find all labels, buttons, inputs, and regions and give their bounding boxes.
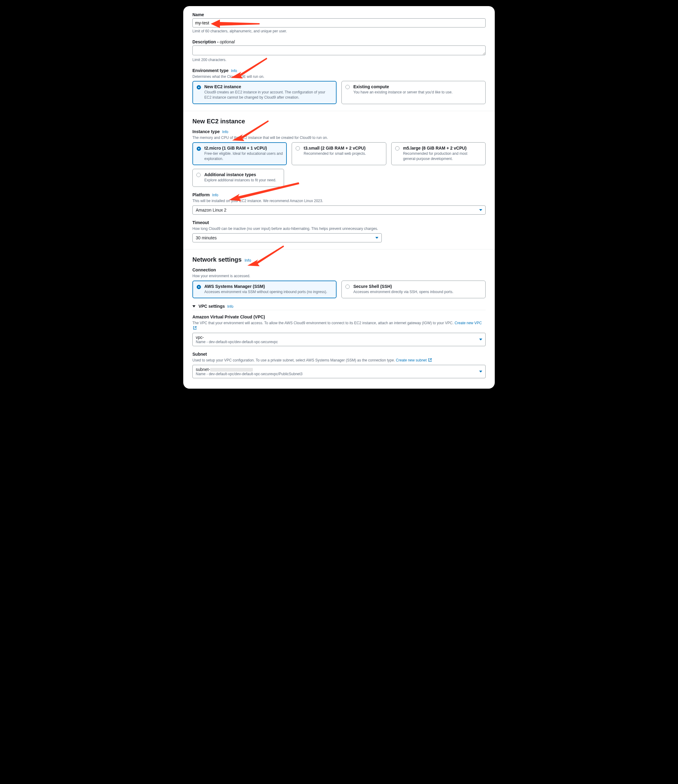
instance-type-options: t2.micro (1 GiB RAM + 1 vCPU) Free-tier … [192, 142, 486, 165]
redacted-text [210, 368, 253, 372]
external-link-icon [193, 326, 197, 330]
timeout-select[interactable]: 30 minutes [192, 233, 382, 243]
env-type-options: New EC2 instance Cloud9 creates an EC2 i… [192, 81, 486, 104]
env-type-group: Environment type Info Determines what th… [192, 68, 486, 104]
connection-options: AWS Systems Manager (SSM) Accesses envir… [192, 280, 486, 299]
chevron-down-icon [376, 237, 379, 239]
create-subnet-link[interactable]: Create new subnet [396, 358, 432, 362]
radio-icon [197, 285, 201, 289]
timeout-group: Timeout How long Cloud9 can be inactive … [192, 220, 486, 243]
env-type-sub: Determines what the Cloud9 IDE will run … [192, 74, 486, 79]
instance-type-group: Instance type Info The memory and CPU of… [192, 129, 486, 187]
network-info-link[interactable]: Info [245, 258, 251, 263]
description-label: Description - optional [192, 39, 486, 44]
radio-icon [296, 146, 300, 151]
instance-type-t3small[interactable]: t3.small (2 GiB RAM + 2 vCPU) Recommende… [291, 142, 386, 165]
vpc-settings-toggle[interactable]: VPC settings Info [192, 304, 486, 309]
chevron-down-icon [479, 339, 482, 341]
instance-type-info-link[interactable]: Info [222, 130, 228, 134]
instance-type-t2micro[interactable]: t2.micro (1 GiB RAM + 1 vCPU) Free-tier … [192, 142, 287, 165]
subnet-group: Subnet Used to setup your VPC configurat… [192, 352, 486, 378]
env-type-label: Environment type [192, 68, 228, 73]
platform-group: Platform Info This will be installed on … [192, 192, 486, 215]
platform-select[interactable]: Amazon Linux 2 [192, 205, 486, 215]
connection-sub: How your environment is accessed. [192, 274, 486, 279]
subnet-select[interactable]: subnet- Name - dev-default-vpc/dev-defau… [192, 365, 486, 378]
timeout-label: Timeout [192, 220, 486, 225]
radio-icon [197, 146, 201, 151]
description-field-group: Description - optional Limit 200 charact… [192, 39, 486, 62]
vpc-label: Amazon Virtual Private Cloud (VPC) [192, 314, 486, 319]
radio-icon [197, 85, 201, 89]
chevron-down-icon [479, 371, 482, 372]
name-field-group: Name Limit of 60 characters, alphanumeri… [192, 12, 486, 34]
instance-type-m5large[interactable]: m5.large (8 GiB RAM + 2 vCPU) Recommende… [391, 142, 486, 165]
external-link-icon [428, 358, 432, 362]
form-page: Name Limit of 60 characters, alphanumeri… [183, 6, 495, 389]
chevron-down-icon [479, 209, 482, 211]
name-input[interactable] [192, 18, 486, 28]
subnet-sub: Used to setup your VPC configuration. To… [192, 358, 486, 363]
name-label: Name [192, 12, 486, 17]
connection-ssh[interactable]: Secure Shell (SSH) Accesses environment … [341, 280, 486, 299]
divider [192, 310, 486, 310]
divider [183, 111, 495, 111]
platform-info-link[interactable]: Info [212, 193, 218, 197]
ec2-section-title: New EC2 instance [192, 118, 486, 125]
radio-icon [395, 146, 399, 151]
connection-label: Connection [192, 268, 486, 272]
connection-group: Connection How your environment is acces… [192, 268, 486, 299]
env-type-info-link[interactable]: Info [231, 69, 237, 73]
instance-type-sub: The memory and CPU of the EC2 instance t… [192, 135, 486, 140]
instance-type-additional[interactable]: Additional instance types Explore additi… [192, 169, 284, 187]
platform-label: Platform [192, 192, 210, 197]
caret-down-icon [192, 305, 195, 308]
vpc-sub: The VPC that your environment will acces… [192, 320, 486, 331]
divider [183, 249, 495, 249]
vpc-settings-info-link[interactable]: Info [227, 304, 233, 309]
subnet-label: Subnet [192, 352, 486, 356]
env-type-existing[interactable]: Existing compute You have an existing in… [341, 81, 486, 104]
radio-icon [345, 85, 350, 89]
platform-sub: This will be installed on your EC2 insta… [192, 198, 486, 204]
connection-ssm[interactable]: AWS Systems Manager (SSM) Accesses envir… [192, 280, 337, 299]
env-type-new-ec2[interactable]: New EC2 instance Cloud9 creates an EC2 i… [192, 81, 337, 104]
radio-icon [196, 173, 201, 177]
name-help: Limit of 60 characters, alphanumeric, an… [192, 29, 486, 34]
vpc-group: Amazon Virtual Private Cloud (VPC) The V… [192, 314, 486, 346]
description-help: Limit 200 characters. [192, 58, 486, 62]
vpc-select[interactable]: vpc- Name - dev-default-vpc/dev-default-… [192, 333, 486, 346]
radio-icon [345, 285, 350, 289]
instance-type-label: Instance type [192, 129, 220, 134]
description-input[interactable] [192, 45, 486, 55]
timeout-sub: How long Cloud9 can be inactive (no user… [192, 226, 486, 232]
network-section-title: Network settings Info [192, 256, 486, 263]
